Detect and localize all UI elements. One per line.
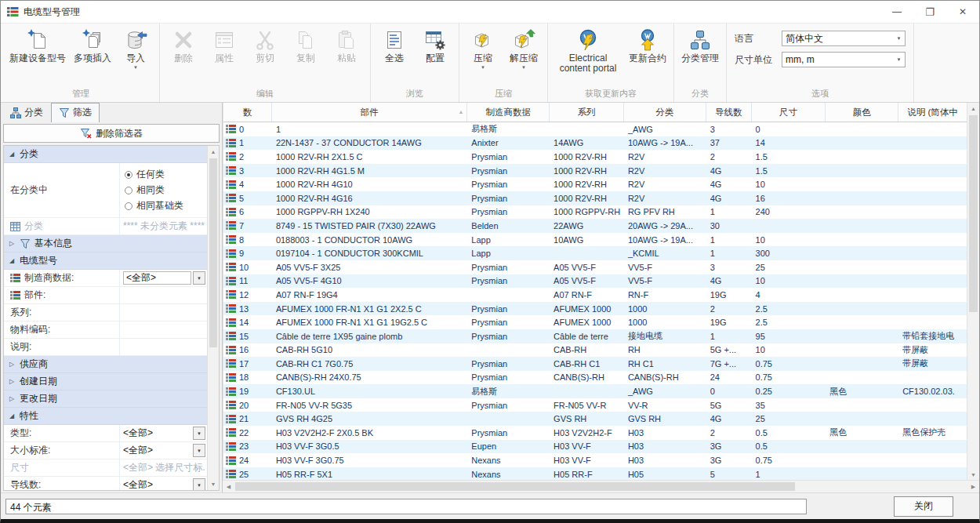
button-label: 新建设备型号 <box>9 53 66 64</box>
filter-section-header[interactable]: ▷供应商 <box>4 356 208 373</box>
button-portal[interactable]: Electrical content portal <box>551 26 625 74</box>
radio-option[interactable]: 任何类 <box>125 168 208 181</box>
option-combo-0[interactable]: 简体中文▼ <box>782 31 906 46</box>
dropdown-button[interactable]: ▼ <box>193 478 205 490</box>
column-header-0[interactable]: 数 <box>223 103 272 122</box>
table-horizontal-scrollbar[interactable]: ◀ ▶ <box>223 480 979 492</box>
row-id-cell: 25 <box>223 467 272 481</box>
table-row[interactable]: 90197104 - 1 CONDUCTOR 300KCMILLapp_KCMI… <box>223 246 967 260</box>
cell-desc <box>898 440 967 454</box>
scroll-down-icon[interactable]: ▼ <box>967 469 979 481</box>
scroll-down-icon[interactable]: ▼ <box>208 478 220 490</box>
column-header-7[interactable]: 颜色 <box>826 103 898 122</box>
table-row[interactable]: 80188003 - 1 CONDUCTOR 10AWGLapp10AWG10A… <box>223 233 967 247</box>
row-id-cell: 8 <box>223 233 272 247</box>
scroll-right-icon[interactable]: ▶ <box>967 481 979 492</box>
cell-size: 0.5 <box>752 426 826 440</box>
table-row[interactable]: 13AFUMEX 1000 FR-N1 X1 G1 2X2.5 CPrysmia… <box>223 302 967 316</box>
table-row[interactable]: 20FR-N05 VV-R 5G35PrysmianFR-N05 VV-RVV-… <box>223 398 967 412</box>
dropdown-button[interactable]: ▼ <box>193 271 205 285</box>
column-header-6[interactable]: 尺寸 <box>752 103 826 122</box>
scroll-left-icon[interactable]: ◀ <box>223 481 234 492</box>
button-import[interactable]: 导入▼ <box>115 26 156 71</box>
table-row[interactable]: 19CF130.UL易格斯_AWG00.25黑色CF130.02.03. <box>223 384 967 398</box>
row-number: 3 <box>239 166 244 176</box>
table-row[interactable]: 24H03 VV-F 3G0.75NexansH03 VV-FH033G0.75 <box>223 453 967 467</box>
button-update[interactable]: 更新合约 <box>625 26 670 64</box>
table-row[interactable]: 21000 R2V-RH 2X1.5 CPrysmian1000 R2V-RHR… <box>223 150 967 164</box>
filter-section-header[interactable]: ◢分类 <box>4 146 208 163</box>
button-label: 更新合约 <box>629 53 666 64</box>
clear-filter-button[interactable]: 删除筛选器 <box>3 124 220 143</box>
table-row[interactable]: 18CANB(S)-RH 24X0.75PrysmianCANB(S)-RHCA… <box>223 371 967 385</box>
table-vertical-scrollbar[interactable]: ▲ ▼ <box>967 103 979 481</box>
button-new-part[interactable]: 新建设备型号 <box>5 26 70 64</box>
tab-classification[interactable]: 分类 <box>2 103 51 122</box>
table-row[interactable]: 17CAB-RH C1 7G0.75PrysmianCAB-RH C1RH C1… <box>223 357 967 371</box>
table-row[interactable]: 10A05 VV5-F 3X25PrysmianA05 VV5-FVV5-F32… <box>223 260 967 274</box>
maximize-button[interactable]: ❐ <box>913 1 946 23</box>
stripes-icon <box>226 125 236 133</box>
table-row[interactable]: 51000 R2V-RH 4G16Prysmian1000 R2V-RHR2V4… <box>223 191 967 205</box>
expand-icon: ▷ <box>8 378 16 385</box>
table-row[interactable]: 21GVS RH 4G25GVS RHGVS RH4G25 <box>223 412 967 426</box>
button-multi-insert[interactable]: 多项插入 <box>70 26 115 64</box>
column-header-3[interactable]: 系列 <box>550 103 624 122</box>
table-row[interactable]: 31000 R2V-RH 4G1.5 MPrysmian1000 R2V-RHR… <box>223 164 967 178</box>
column-header-1[interactable]: 部件▲ <box>272 103 467 122</box>
dropdown-button[interactable]: ▼ <box>193 444 205 457</box>
table-row[interactable]: 01易格斯_AWG30 <box>223 122 967 136</box>
radio-option[interactable]: 相同基础类 <box>125 199 208 212</box>
filter-section-header[interactable]: ◢电缆型号 <box>4 252 208 270</box>
table-row[interactable]: 12A07 RN-F 19G4A07 RN-FRN-F19G4 <box>223 288 967 302</box>
table-row[interactable]: 15Câble de terre 1X95 gaine plombPrysmia… <box>223 329 967 343</box>
sidebar-scrollbar[interactable]: ▲ ▼ <box>207 146 219 490</box>
close-window-button[interactable]: ✕ <box>946 1 979 23</box>
copy-icon <box>294 28 318 52</box>
button-select-all[interactable]: 全选 <box>374 26 415 64</box>
option-combo-1[interactable]: mm, m▼ <box>782 52 906 67</box>
scrollbar-thumb[interactable] <box>969 115 978 312</box>
close-button[interactable]: 关闭 <box>894 496 953 517</box>
stripes-icon <box>226 442 236 451</box>
scroll-up-icon[interactable]: ▲ <box>208 146 220 158</box>
stripes-icon <box>226 373 236 382</box>
config-icon <box>423 28 447 52</box>
table-row[interactable]: 25H05 RR-F 5X1NexansH05 RR-FH0551 <box>223 467 967 481</box>
filter-section-header[interactable]: ▷基本信息 <box>4 235 208 252</box>
button-class-mgmt[interactable]: 分类管理 <box>677 26 723 64</box>
table-row[interactable]: 122N-1437 - 37 CONDUCTOR 14AWGAnixter14A… <box>223 136 967 151</box>
scroll-up-icon[interactable]: ▲ <box>967 103 979 114</box>
row-id-cell: 1 <box>223 136 272 151</box>
table-row[interactable]: 61000 RGPPV-RH 1X240Prysmian1000 RGPPV-R… <box>223 205 967 220</box>
filter-section-header[interactable]: ▷更改日期 <box>4 390 208 408</box>
column-header-4[interactable]: 分类 <box>624 103 706 122</box>
button-extract[interactable]: 解压缩▼ <box>503 26 544 71</box>
scrollbar-thumb[interactable] <box>209 158 217 347</box>
table-row[interactable]: 14AFUMEX 1000 FR-N1 X1 G1 19G2.5 CPrysmi… <box>223 315 967 329</box>
row-number: 20 <box>239 401 249 410</box>
stripes-icon <box>226 290 236 299</box>
table-row[interactable]: 16CAB-RH 5G10CAB-RHRH5G +...10带屏蔽 <box>223 343 967 358</box>
cell-color <box>826 453 898 467</box>
filter-section-header[interactable]: ◢特性 <box>4 408 208 425</box>
radio-option[interactable]: 相同类 <box>125 183 208 197</box>
filter-section-header[interactable]: ▷创建日期 <box>4 373 208 390</box>
minimize-button[interactable]: — <box>880 1 913 23</box>
column-header-5[interactable]: 导线数 <box>706 103 752 122</box>
radio-filter-row: 在分类中任何类相同类相同基础类 <box>4 163 208 218</box>
scrollbar-thumb[interactable] <box>235 482 795 491</box>
tab-filter[interactable]: 筛选 <box>51 103 100 122</box>
column-header-2[interactable]: 制造商数据 <box>467 103 550 122</box>
column-header-8[interactable]: 说明 (简体中 <box>898 103 967 122</box>
button-config[interactable]: 配置 <box>415 26 456 64</box>
table-row[interactable]: 22H03 V2V2H2-F 2X0.5 BKPrysmianH03 V2V2H… <box>223 426 967 440</box>
table-row[interactable]: 23H03 VV-F 3G0.5EupenH03 VV-FH033G0.5 <box>223 440 967 454</box>
cell-cond: 5G +... <box>706 343 752 358</box>
button-compress[interactable]: 压缩▼ <box>463 26 503 71</box>
table-row[interactable]: 11A05 VV5-F 4G10PrysmianA05 VV5-FVV5-F4G… <box>223 274 967 289</box>
dropdown-button[interactable]: ▼ <box>193 427 205 440</box>
table-row[interactable]: 78749 - 15 TWISTED PAIR (7X30) 22AWGBeld… <box>223 219 967 233</box>
table-row[interactable]: 41000 R2V-RH 4G10Prysmian1000 R2V-RHR2V4… <box>223 177 967 191</box>
field-value[interactable]: <全部> <box>123 271 191 285</box>
